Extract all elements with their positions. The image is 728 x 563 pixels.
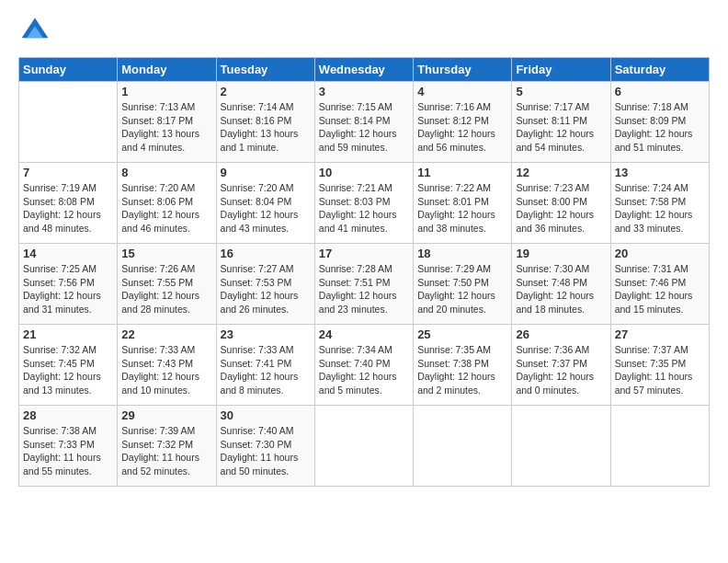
day-info: Sunrise: 7:29 AM Sunset: 7:50 PM Dayligh… (417, 262, 507, 316)
day-info: Sunrise: 7:36 AM Sunset: 7:37 PM Dayligh… (516, 343, 606, 397)
day-info: Sunrise: 7:18 AM Sunset: 8:09 PM Dayligh… (615, 100, 705, 155)
calendar-cell: 10Sunrise: 7:21 AM Sunset: 8:03 PM Dayli… (314, 163, 413, 244)
day-info: Sunrise: 7:16 AM Sunset: 8:12 PM Dayligh… (417, 100, 507, 155)
day-number: 8 (121, 166, 211, 179)
week-row-1: 1Sunrise: 7:13 AM Sunset: 8:17 PM Daylig… (19, 82, 710, 163)
day-header-thursday: Thursday (414, 58, 512, 82)
calendar-cell: 15Sunrise: 7:26 AM Sunset: 7:55 PM Dayli… (118, 244, 216, 325)
calendar-cell: 1Sunrise: 7:13 AM Sunset: 8:17 PM Daylig… (118, 82, 216, 163)
calendar-cell: 12Sunrise: 7:23 AM Sunset: 8:00 PM Dayli… (512, 163, 610, 244)
day-info: Sunrise: 7:32 AM Sunset: 7:45 PM Dayligh… (23, 343, 113, 397)
day-info: Sunrise: 7:37 AM Sunset: 7:35 PM Dayligh… (615, 343, 705, 397)
calendar-cell (19, 82, 118, 163)
day-number: 6 (615, 85, 705, 98)
calendar-cell: 14Sunrise: 7:25 AM Sunset: 7:56 PM Dayli… (19, 244, 118, 325)
day-info: Sunrise: 7:30 AM Sunset: 7:48 PM Dayligh… (516, 262, 606, 316)
calendar-cell: 3Sunrise: 7:15 AM Sunset: 8:14 PM Daylig… (314, 82, 413, 163)
logo (18, 15, 57, 48)
day-number: 20 (615, 247, 705, 260)
day-header-monday: Monday (118, 58, 216, 82)
day-info: Sunrise: 7:20 AM Sunset: 8:06 PM Dayligh… (121, 181, 211, 236)
day-info: Sunrise: 7:39 AM Sunset: 7:32 PM Dayligh… (121, 424, 211, 478)
day-info: Sunrise: 7:31 AM Sunset: 7:46 PM Dayligh… (615, 262, 705, 316)
day-info: Sunrise: 7:20 AM Sunset: 8:04 PM Dayligh… (221, 181, 311, 236)
calendar-cell: 24Sunrise: 7:34 AM Sunset: 7:40 PM Dayli… (314, 325, 413, 406)
day-number: 16 (221, 247, 311, 260)
calendar-cell: 16Sunrise: 7:27 AM Sunset: 7:53 PM Dayli… (216, 244, 314, 325)
calendar-cell: 22Sunrise: 7:33 AM Sunset: 7:43 PM Dayli… (118, 325, 216, 406)
calendar-cell: 17Sunrise: 7:28 AM Sunset: 7:51 PM Dayli… (314, 244, 413, 325)
calendar-cell: 30Sunrise: 7:40 AM Sunset: 7:30 PM Dayli… (216, 406, 314, 487)
calendar-cell: 13Sunrise: 7:24 AM Sunset: 7:58 PM Dayli… (610, 163, 709, 244)
day-info: Sunrise: 7:22 AM Sunset: 8:01 PM Dayligh… (417, 181, 507, 236)
day-number: 26 (516, 327, 606, 341)
calendar-cell: 4Sunrise: 7:16 AM Sunset: 8:12 PM Daylig… (414, 82, 512, 163)
day-info: Sunrise: 7:38 AM Sunset: 7:33 PM Dayligh… (23, 424, 113, 478)
day-info: Sunrise: 7:40 AM Sunset: 7:30 PM Dayligh… (221, 424, 311, 478)
day-header-saturday: Saturday (610, 58, 709, 82)
day-info: Sunrise: 7:26 AM Sunset: 7:55 PM Dayligh… (121, 262, 211, 316)
day-number: 15 (121, 247, 211, 260)
day-info: Sunrise: 7:23 AM Sunset: 8:00 PM Dayligh… (516, 181, 606, 236)
calendar-cell: 25Sunrise: 7:35 AM Sunset: 7:38 PM Dayli… (414, 325, 512, 406)
day-info: Sunrise: 7:19 AM Sunset: 8:08 PM Dayligh… (23, 181, 113, 236)
day-number: 13 (615, 166, 705, 179)
day-header-tuesday: Tuesday (216, 58, 314, 82)
day-info: Sunrise: 7:27 AM Sunset: 7:53 PM Dayligh… (221, 262, 311, 316)
day-info: Sunrise: 7:21 AM Sunset: 8:03 PM Dayligh… (319, 181, 409, 236)
calendar-cell: 21Sunrise: 7:32 AM Sunset: 7:45 PM Dayli… (19, 325, 118, 406)
day-number: 10 (319, 166, 409, 179)
day-number: 12 (516, 166, 606, 179)
page-header (18, 15, 710, 48)
calendar-cell: 5Sunrise: 7:17 AM Sunset: 8:11 PM Daylig… (512, 82, 610, 163)
day-number: 2 (221, 85, 311, 98)
week-row-4: 21Sunrise: 7:32 AM Sunset: 7:45 PM Dayli… (19, 325, 710, 406)
day-info: Sunrise: 7:33 AM Sunset: 7:43 PM Dayligh… (121, 343, 211, 397)
calendar-cell: 2Sunrise: 7:14 AM Sunset: 8:16 PM Daylig… (216, 82, 314, 163)
day-header-wednesday: Wednesday (314, 58, 413, 82)
day-number: 5 (516, 85, 606, 98)
calendar-cell (314, 406, 413, 487)
calendar-cell (610, 406, 709, 487)
day-info: Sunrise: 7:17 AM Sunset: 8:11 PM Dayligh… (516, 100, 606, 155)
calendar-cell: 6Sunrise: 7:18 AM Sunset: 8:09 PM Daylig… (610, 82, 709, 163)
day-number: 17 (319, 247, 409, 260)
day-info: Sunrise: 7:34 AM Sunset: 7:40 PM Dayligh… (319, 343, 409, 397)
day-number: 23 (221, 327, 311, 341)
calendar-table: SundayMondayTuesdayWednesdayThursdayFrid… (18, 57, 710, 487)
day-info: Sunrise: 7:33 AM Sunset: 7:41 PM Dayligh… (221, 343, 311, 397)
day-number: 1 (121, 85, 211, 98)
calendar-cell (414, 406, 512, 487)
calendar-cell: 18Sunrise: 7:29 AM Sunset: 7:50 PM Dayli… (414, 244, 512, 325)
calendar-cell: 20Sunrise: 7:31 AM Sunset: 7:46 PM Dayli… (610, 244, 709, 325)
week-row-3: 14Sunrise: 7:25 AM Sunset: 7:56 PM Dayli… (19, 244, 710, 325)
calendar-cell: 9Sunrise: 7:20 AM Sunset: 8:04 PM Daylig… (216, 163, 314, 244)
day-info: Sunrise: 7:25 AM Sunset: 7:56 PM Dayligh… (23, 262, 113, 316)
day-info: Sunrise: 7:35 AM Sunset: 7:38 PM Dayligh… (417, 343, 507, 397)
day-number: 29 (121, 408, 211, 422)
logo-icon (18, 15, 51, 48)
day-number: 28 (23, 408, 113, 422)
day-number: 21 (23, 327, 113, 341)
day-info: Sunrise: 7:24 AM Sunset: 7:58 PM Dayligh… (615, 181, 705, 236)
day-number: 19 (516, 247, 606, 260)
calendar-cell: 11Sunrise: 7:22 AM Sunset: 8:01 PM Dayli… (414, 163, 512, 244)
day-number: 7 (23, 166, 113, 179)
day-info: Sunrise: 7:13 AM Sunset: 8:17 PM Dayligh… (121, 100, 211, 155)
calendar-cell: 26Sunrise: 7:36 AM Sunset: 7:37 PM Dayli… (512, 325, 610, 406)
calendar-cell: 28Sunrise: 7:38 AM Sunset: 7:33 PM Dayli… (19, 406, 118, 487)
calendar-cell: 7Sunrise: 7:19 AM Sunset: 8:08 PM Daylig… (19, 163, 118, 244)
calendar-cell: 27Sunrise: 7:37 AM Sunset: 7:35 PM Dayli… (610, 325, 709, 406)
days-header-row: SundayMondayTuesdayWednesdayThursdayFrid… (19, 58, 710, 82)
day-number: 9 (221, 166, 311, 179)
day-number: 4 (417, 85, 507, 98)
calendar-cell (512, 406, 610, 487)
day-number: 30 (221, 408, 311, 422)
week-row-5: 28Sunrise: 7:38 AM Sunset: 7:33 PM Dayli… (19, 406, 710, 487)
week-row-2: 7Sunrise: 7:19 AM Sunset: 8:08 PM Daylig… (19, 163, 710, 244)
calendar-cell: 23Sunrise: 7:33 AM Sunset: 7:41 PM Dayli… (216, 325, 314, 406)
day-number: 24 (319, 327, 409, 341)
calendar-cell: 29Sunrise: 7:39 AM Sunset: 7:32 PM Dayli… (118, 406, 216, 487)
day-number: 3 (319, 85, 409, 98)
day-info: Sunrise: 7:14 AM Sunset: 8:16 PM Dayligh… (221, 100, 311, 155)
